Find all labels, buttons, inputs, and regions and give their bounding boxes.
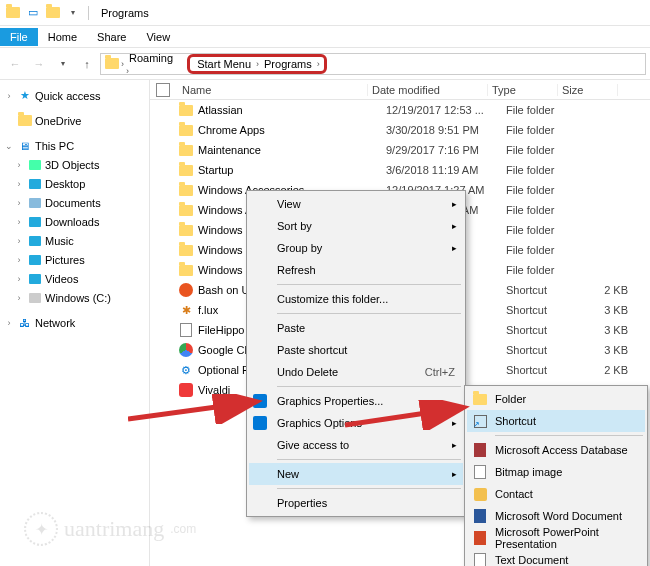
sidebar-item[interactable]: ›Music — [0, 231, 149, 250]
navigation-pane[interactable]: › ★ Quick access OneDrive ⌄ 🖥 This PC ›3… — [0, 80, 150, 566]
tab-share[interactable]: Share — [87, 28, 136, 46]
col-name[interactable]: Name — [178, 84, 368, 96]
ctx-group[interactable]: Group by▸ — [249, 237, 463, 259]
chevron-right-icon[interactable]: › — [121, 59, 124, 69]
sidebar-item[interactable]: ›Windows (C:) — [0, 288, 149, 307]
ctx-undo[interactable]: Undo DeleteCtrl+Z — [249, 361, 463, 383]
new-folder-qat-icon[interactable] — [44, 4, 62, 22]
file-row[interactable]: Atlassian12/19/2017 12:53 ...File folder — [150, 100, 650, 120]
context-menu[interactable]: View▸ Sort by▸ Group by▸ Refresh Customi… — [246, 190, 466, 517]
recent-dropdown-icon[interactable]: ▾ — [52, 53, 74, 75]
ctx-label: Bitmap image — [495, 466, 562, 478]
chevron-right-icon[interactable]: › — [14, 198, 24, 208]
ctx-sort[interactable]: Sort by▸ — [249, 215, 463, 237]
chevron-right-icon[interactable]: › — [126, 66, 129, 75]
select-all-checkbox[interactable] — [156, 83, 170, 97]
sidebar-onedrive[interactable]: OneDrive — [0, 111, 149, 130]
file-type: Shortcut — [506, 364, 576, 376]
ctx-properties[interactable]: Properties — [249, 492, 463, 514]
ctx-new[interactable]: New▸ — [249, 463, 463, 485]
new-txt[interactable]: Text Document — [467, 549, 645, 566]
column-headers[interactable]: Name Date modified Type Size — [150, 80, 650, 100]
tab-view[interactable]: View — [136, 28, 180, 46]
new-access[interactable]: Microsoft Access Database — [467, 439, 645, 461]
ctx-customize[interactable]: Customize this folder... — [249, 288, 463, 310]
sidebar-item[interactable]: ›Downloads — [0, 212, 149, 231]
separator-icon — [277, 284, 461, 285]
chevron-right-icon[interactable]: › — [14, 236, 24, 246]
sidebar-network[interactable]: › 🖧 Network — [0, 313, 149, 332]
breadcrumb[interactable]: › aksinghnet›AppData›Roaming›Microsoft›W… — [100, 53, 646, 75]
tab-file[interactable]: File — [0, 28, 38, 46]
file-date: 12/19/2017 12:53 ... — [386, 104, 506, 116]
new-contact[interactable]: Contact — [467, 483, 645, 505]
new-folder[interactable]: Folder — [467, 388, 645, 410]
sidebar-item[interactable]: ›Videos — [0, 269, 149, 288]
sidebar-item-label: Documents — [45, 197, 101, 209]
ctx-label: Group by — [277, 242, 322, 254]
properties-qat-icon[interactable]: ▭ — [24, 4, 42, 22]
new-shortcut[interactable]: ↗Shortcut — [467, 410, 645, 432]
separator-icon — [495, 435, 643, 436]
ctx-graphics-opts[interactable]: Graphics Options▸ — [249, 412, 463, 434]
breadcrumb-item[interactable]: Programs — [261, 58, 315, 70]
new-word[interactable]: Microsoft Word Document — [467, 505, 645, 527]
new-bmp[interactable]: Bitmap image — [467, 461, 645, 483]
chevron-right-icon[interactable]: › — [14, 160, 24, 170]
sidebar-item-label: Downloads — [45, 216, 99, 228]
ctx-label: Text Document — [495, 554, 568, 566]
up-button[interactable]: ↑ — [76, 53, 98, 75]
chevron-right-icon[interactable]: › — [4, 318, 14, 328]
back-button[interactable]: ← — [4, 53, 26, 75]
file-row[interactable]: Chrome Apps3/30/2018 9:51 PMFile folder — [150, 120, 650, 140]
chevron-right-icon: ▸ — [452, 199, 457, 209]
breadcrumb-item[interactable]: Roaming — [126, 53, 185, 64]
qat-dropdown-icon[interactable]: ▾ — [64, 4, 82, 22]
ctx-paste-shortcut[interactable]: Paste shortcut — [249, 339, 463, 361]
new-ppt[interactable]: Microsoft PowerPoint Presentation — [467, 527, 645, 549]
drive-icon — [27, 290, 42, 305]
chevron-right-icon[interactable]: › — [4, 91, 14, 101]
chevron-right-icon[interactable]: › — [14, 255, 24, 265]
ctx-label: Paste — [277, 322, 305, 334]
ctx-label: New — [277, 468, 299, 480]
forward-button[interactable]: → — [28, 53, 50, 75]
item-icon — [178, 162, 194, 178]
ctx-view[interactable]: View▸ — [249, 193, 463, 215]
ctx-give-access[interactable]: Give access to▸ — [249, 434, 463, 456]
col-type[interactable]: Type — [488, 84, 558, 96]
chevron-down-icon[interactable]: ⌄ — [4, 141, 14, 151]
chevron-right-icon[interactable]: › — [317, 59, 320, 69]
chevron-right-icon[interactable]: › — [256, 59, 259, 69]
sidebar-quick-access[interactable]: › ★ Quick access — [0, 86, 149, 105]
bmp-icon — [471, 463, 489, 481]
ctx-label: Shortcut — [495, 415, 536, 427]
chevron-right-icon[interactable]: › — [14, 217, 24, 227]
file-size: 2 KB — [576, 284, 636, 296]
file-size: 3 KB — [576, 344, 636, 356]
new-submenu[interactable]: Folder↗ShortcutMicrosoft Access Database… — [464, 385, 648, 566]
txt-icon — [471, 551, 489, 566]
col-size[interactable]: Size — [558, 84, 618, 96]
contact-icon — [471, 485, 489, 503]
sidebar-item[interactable]: ›3D Objects — [0, 155, 149, 174]
chevron-right-icon[interactable]: › — [14, 293, 24, 303]
chevron-right-icon[interactable]: › — [14, 179, 24, 189]
drive-icon — [27, 195, 42, 210]
access-icon — [471, 441, 489, 459]
breadcrumb-item[interactable]: Start Menu — [194, 58, 254, 70]
sidebar-this-pc[interactable]: ⌄ 🖥 This PC — [0, 136, 149, 155]
sidebar-item[interactable]: ›Desktop — [0, 174, 149, 193]
chevron-right-icon[interactable]: › — [14, 274, 24, 284]
file-name: Atlassian — [198, 104, 386, 116]
file-row[interactable]: Maintenance9/29/2017 7:16 PMFile folder — [150, 140, 650, 160]
ctx-graphics-props[interactable]: Graphics Properties... — [249, 390, 463, 412]
ctx-refresh[interactable]: Refresh — [249, 259, 463, 281]
col-date[interactable]: Date modified — [368, 84, 488, 96]
ctx-paste[interactable]: Paste — [249, 317, 463, 339]
sidebar-item[interactable]: ›Documents — [0, 193, 149, 212]
chevron-right-icon: ▸ — [452, 469, 457, 479]
tab-home[interactable]: Home — [38, 28, 87, 46]
file-row[interactable]: Startup3/6/2018 11:19 AMFile folder — [150, 160, 650, 180]
sidebar-item[interactable]: ›Pictures — [0, 250, 149, 269]
